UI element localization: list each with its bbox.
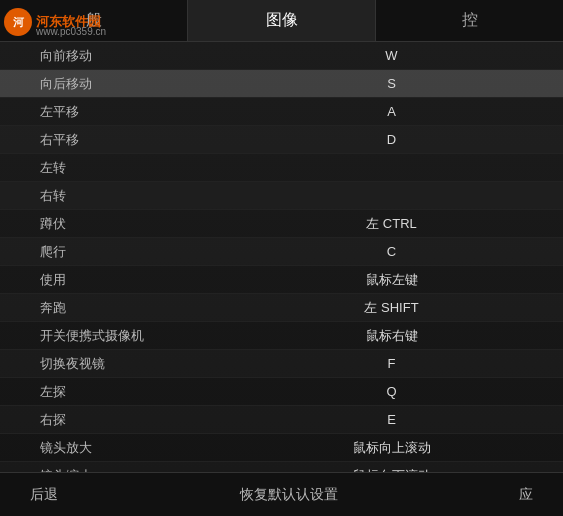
binding-row[interactable]: 向前移动W bbox=[0, 42, 563, 70]
binding-action: 爬行 bbox=[40, 243, 240, 261]
binding-action: 使用 bbox=[40, 271, 240, 289]
binding-key: S bbox=[240, 76, 543, 91]
binding-key: D bbox=[240, 132, 543, 147]
tab-image[interactable]: 图像 bbox=[188, 0, 376, 41]
binding-row[interactable]: 右探E bbox=[0, 406, 563, 434]
binding-row[interactable]: 右转 bbox=[0, 182, 563, 210]
apply-button[interactable]: 应 bbox=[519, 486, 533, 504]
bottom-bar: 后退 恢复默认认设置 应 bbox=[0, 472, 563, 516]
binding-action: 切换夜视镜 bbox=[40, 355, 240, 373]
binding-action: 左探 bbox=[40, 383, 240, 401]
tab-general[interactable]: 般 bbox=[0, 0, 188, 41]
binding-row[interactable]: 左探Q bbox=[0, 378, 563, 406]
binding-row[interactable]: 镜头放大鼠标向上滚动 bbox=[0, 434, 563, 462]
back-button[interactable]: 后退 bbox=[30, 486, 58, 504]
binding-action: 奔跑 bbox=[40, 299, 240, 317]
binding-action: 右转 bbox=[40, 187, 240, 205]
binding-key: F bbox=[240, 356, 543, 371]
binding-action: 左平移 bbox=[40, 103, 240, 121]
binding-key: Q bbox=[240, 384, 543, 399]
binding-row[interactable]: 奔跑左 SHIFT bbox=[0, 294, 563, 322]
binding-row[interactable]: 爬行C bbox=[0, 238, 563, 266]
binding-key: 左 SHIFT bbox=[240, 299, 543, 317]
tab-bar: 般 图像 控 bbox=[0, 0, 563, 42]
binding-action: 开关便携式摄像机 bbox=[40, 327, 240, 345]
binding-row[interactable]: 开关便携式摄像机鼠标右键 bbox=[0, 322, 563, 350]
binding-row[interactable]: 右平移D bbox=[0, 126, 563, 154]
binding-row[interactable]: 使用鼠标左键 bbox=[0, 266, 563, 294]
binding-key: W bbox=[240, 48, 543, 63]
binding-key: 鼠标右键 bbox=[240, 327, 543, 345]
binding-action: 右探 bbox=[40, 411, 240, 429]
binding-row[interactable]: 左转 bbox=[0, 154, 563, 182]
reset-button[interactable]: 恢复默认认设置 bbox=[240, 486, 338, 504]
bindings-list: 向前移动W向后移动S左平移A右平移D左转右转蹲伏左 CTRL爬行C使用鼠标左键奔… bbox=[0, 42, 563, 472]
binding-action: 右平移 bbox=[40, 131, 240, 149]
binding-key: E bbox=[240, 412, 543, 427]
binding-key: 鼠标向上滚动 bbox=[240, 439, 543, 457]
binding-row[interactable]: 切换夜视镜F bbox=[0, 350, 563, 378]
binding-key: C bbox=[240, 244, 543, 259]
binding-row[interactable]: 向后移动S bbox=[0, 70, 563, 98]
binding-row[interactable]: 镜头缩小鼠标向下滚动 bbox=[0, 462, 563, 472]
binding-action: 镜头放大 bbox=[40, 439, 240, 457]
binding-key: A bbox=[240, 104, 543, 119]
binding-row[interactable]: 左平移A bbox=[0, 98, 563, 126]
binding-row[interactable]: 蹲伏左 CTRL bbox=[0, 210, 563, 238]
binding-action: 蹲伏 bbox=[40, 215, 240, 233]
binding-action: 向后移动 bbox=[40, 75, 240, 93]
binding-key: 左 CTRL bbox=[240, 215, 543, 233]
binding-key: 鼠标左键 bbox=[240, 271, 543, 289]
binding-action: 向前移动 bbox=[40, 47, 240, 65]
binding-action: 左转 bbox=[40, 159, 240, 177]
tab-control[interactable]: 控 bbox=[376, 0, 563, 41]
